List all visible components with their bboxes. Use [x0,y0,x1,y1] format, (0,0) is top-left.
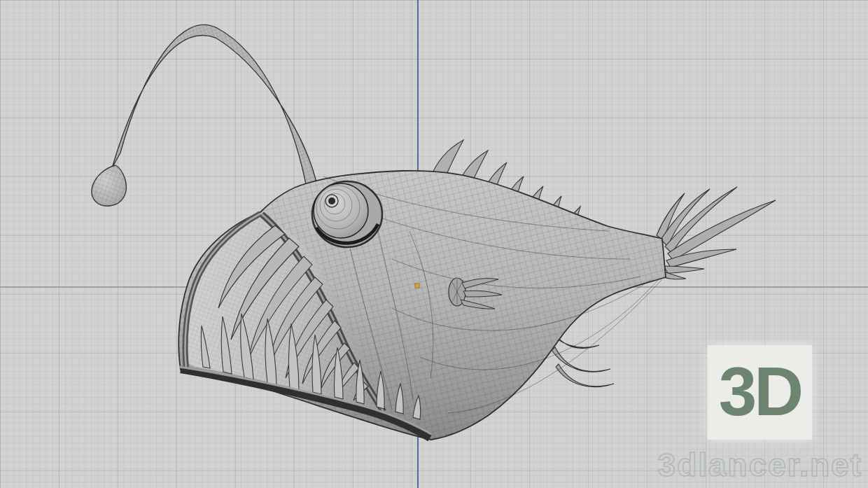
watermark-3dlancer: 3dlancer.net [658,446,862,484]
caudal-fin [657,187,776,279]
viewport-canvas[interactable]: 3D 3dlancer.net [0,0,868,488]
illicium-rod [112,25,318,188]
logo-3d-badge: 3D [708,345,812,440]
logo-3d-text: 3D [719,357,801,426]
eye [312,181,382,247]
esca-lure [92,165,126,206]
origin-marker [415,284,419,288]
